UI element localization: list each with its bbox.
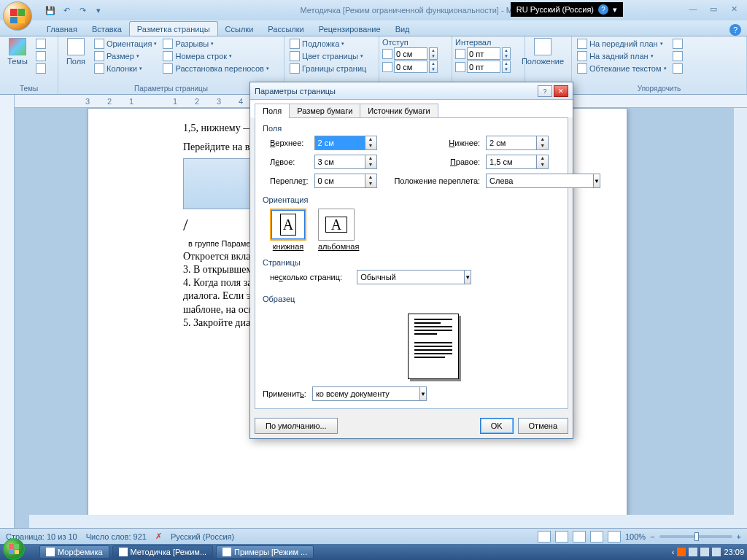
themes-button[interactable]: Темы — [3, 38, 32, 84]
indent-right-spinner[interactable]: ▲▼ — [382, 61, 449, 73]
tab-home[interactable]: Главная — [39, 22, 85, 36]
spacing-after-spinner[interactable]: ▲▼ — [455, 61, 522, 73]
watermark-icon — [290, 39, 300, 49]
bottom-margin-input[interactable]: ▲▼ — [486, 136, 560, 150]
align-button[interactable] — [670, 38, 685, 50]
apply-to-combo[interactable]: ▼ — [312, 386, 407, 401]
zoom-out-button[interactable]: − — [650, 532, 654, 541]
maximize-button[interactable]: ▭ — [705, 3, 722, 15]
right-margin-label: Правое: — [394, 158, 480, 166]
hyphenation-button[interactable]: Расстановка переносов▾ — [160, 63, 271, 74]
view-full-screen[interactable] — [555, 531, 568, 542]
office-button[interactable] — [3, 1, 32, 31]
qat-redo-icon[interactable]: ↷ — [76, 4, 89, 17]
qat-save-icon[interactable]: 💾 — [44, 4, 57, 17]
theme-colors-button[interactable] — [34, 38, 48, 50]
view-web-layout[interactable] — [573, 531, 586, 542]
fieldset-pages-label: Страницы — [263, 258, 560, 267]
tray-icon[interactable] — [700, 548, 709, 556]
qat-more-icon[interactable]: ▾ — [92, 4, 105, 17]
tray-clock[interactable]: 23:09 — [724, 548, 744, 556]
dialog-close-button[interactable]: ✕ — [554, 85, 568, 97]
status-proofing-icon[interactable]: ✗ — [155, 532, 162, 541]
dialog-tab-margins[interactable]: Поля — [255, 104, 290, 118]
dialog-tab-layout[interactable]: Источник бумаги — [360, 104, 438, 118]
tab-review[interactable]: Рецензирование — [311, 22, 388, 36]
taskbar-app-3[interactable]: Примеры [Режим ... — [216, 545, 314, 559]
app-icon — [222, 548, 231, 556]
tray-icon[interactable] — [677, 548, 686, 556]
indent-left-spinner[interactable]: ▲▼ — [382, 47, 449, 60]
ribbon-help-icon[interactable]: ? — [729, 24, 741, 36]
minimize-button[interactable]: — — [684, 3, 702, 15]
indent-right-icon — [382, 62, 392, 72]
orientation-landscape[interactable]: A альбомная — [318, 209, 359, 251]
spacing-before-spinner[interactable]: ▲▼ — [455, 47, 522, 60]
line-numbers-button[interactable]: Номера строк▾ — [160, 50, 271, 62]
page-borders-button[interactable]: Границы страниц — [287, 63, 368, 74]
hyphenation-icon — [163, 63, 173, 74]
spacing-after-icon — [455, 62, 465, 72]
horizontal-scrollbar[interactable] — [29, 515, 734, 528]
page-color-button[interactable]: Цвет страницы▾ — [287, 50, 368, 62]
margins-button[interactable]: Поля — [61, 38, 90, 84]
status-words[interactable]: Число слов: 921 — [86, 532, 147, 541]
lang-help-icon[interactable]: ? — [598, 4, 608, 15]
taskbar-app-1[interactable]: Морфемика — [39, 545, 109, 559]
line-numbers-icon — [163, 51, 173, 61]
close-window-button[interactable]: ✕ — [725, 3, 743, 15]
vertical-scrollbar[interactable] — [734, 108, 747, 528]
orientation-button[interactable]: Ориентация▾ — [92, 38, 159, 50]
orientation-portrait[interactable]: A книжная — [270, 209, 306, 251]
theme-effects-button[interactable] — [34, 63, 48, 74]
tab-page-layout[interactable]: Разметка страницы — [129, 21, 218, 36]
breaks-icon — [163, 39, 173, 49]
zoom-level[interactable]: 100% — [625, 532, 646, 541]
watermark-button[interactable]: Подложка▾ — [287, 38, 368, 50]
view-outline[interactable] — [590, 531, 603, 542]
theme-fonts-button[interactable] — [34, 50, 48, 62]
taskbar-app-2[interactable]: Методичка [Режим... — [112, 545, 214, 559]
top-margin-input[interactable]: ▲▼ — [314, 136, 389, 150]
indent-left-icon — [382, 49, 392, 59]
view-draft[interactable] — [608, 531, 621, 542]
tab-references[interactable]: Ссылки — [218, 22, 261, 36]
cancel-button[interactable]: Отмена — [518, 418, 568, 434]
tray-volume-icon[interactable] — [712, 548, 721, 556]
gutter-pos-label: Положение переплета: — [394, 176, 480, 185]
columns-button[interactable]: Колонки▾ — [92, 63, 159, 74]
language-indicator[interactable]: RU Русский (Россия) ?▾ — [511, 2, 623, 17]
position-icon — [534, 38, 551, 55]
left-margin-input[interactable]: ▲▼ — [314, 155, 389, 169]
gutter-pos-combo[interactable]: ▼ — [486, 174, 550, 188]
view-print-layout[interactable] — [538, 531, 551, 542]
dialog-help-button[interactable]: ? — [538, 85, 552, 97]
bring-front-button[interactable]: На передний план▾ — [575, 38, 669, 50]
ok-button[interactable]: OK — [480, 418, 514, 434]
tab-view[interactable]: Вид — [388, 22, 417, 36]
right-margin-input[interactable]: ▲▼ — [486, 155, 560, 169]
sample-preview — [408, 314, 459, 379]
send-back-button[interactable]: На задний план▾ — [575, 50, 669, 62]
tray-icon[interactable] — [689, 548, 697, 556]
tab-insert[interactable]: Вставка — [85, 22, 129, 36]
size-button[interactable]: Размер▾ — [92, 50, 159, 62]
group-icon — [673, 51, 683, 61]
rotate-button[interactable] — [670, 63, 685, 74]
vertical-ruler[interactable] — [0, 95, 15, 528]
dialog-tab-paper[interactable]: Размер бумаги — [289, 104, 360, 118]
fieldset-sample-label: Образец — [263, 295, 560, 303]
tray-expand-icon[interactable]: ‹ — [672, 548, 675, 556]
zoom-slider[interactable] — [659, 535, 732, 538]
group-button[interactable] — [670, 50, 685, 62]
zoom-in-button[interactable]: + — [737, 532, 741, 541]
default-button[interactable]: По умолчанию... — [255, 418, 338, 434]
breaks-button[interactable]: Разрывы▾ — [160, 38, 271, 50]
status-language[interactable]: Русский (Россия) — [171, 532, 234, 541]
multi-pages-combo[interactable]: ▼ — [357, 270, 452, 284]
qat-undo-icon[interactable]: ↶ — [60, 4, 73, 17]
gutter-input[interactable]: ▲▼ — [314, 174, 389, 188]
start-button[interactable] — [3, 538, 25, 560]
tab-mailings[interactable]: Рассылки — [260, 22, 311, 36]
text-wrap-button[interactable]: Обтекание текстом▾ — [575, 63, 669, 74]
